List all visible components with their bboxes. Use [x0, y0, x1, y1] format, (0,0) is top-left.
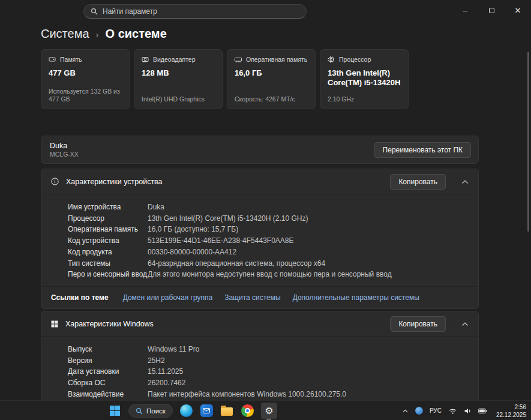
spec-label: Имя устройства: [68, 202, 148, 213]
clock-time: 2:56: [496, 403, 526, 411]
chevron-up-icon[interactable]: [461, 322, 469, 326]
ram-icon: [235, 56, 242, 63]
device-name-card: Duka MCLG-XX Переименовать этот ПК: [41, 136, 479, 164]
spec-row: Дата установки 15.11.2025: [68, 366, 469, 377]
windows-specs-title: Характеристики Windows: [65, 320, 383, 328]
copy-windows-specs-button[interactable]: Копировать: [390, 316, 446, 332]
spec-row: Процессор 13th Gen Intel(R) Core(TM) i5-…: [68, 213, 469, 224]
card-value: 477 GB: [49, 68, 122, 78]
link-domain-workgroup[interactable]: Домен или рабочая группа: [123, 293, 213, 302]
spec-label: Код продукта: [68, 247, 148, 258]
ram-card: Оперативная память 16,0 ГБ Скорость: 426…: [227, 49, 316, 109]
device-specs-title: Характеристики устройства: [66, 178, 383, 186]
edge-icon[interactable]: [179, 404, 193, 418]
rename-pc-button[interactable]: Переименовать этот ПК: [374, 142, 471, 158]
card-detail: 2.10 GHz: [328, 95, 403, 104]
titlebar: – ✕: [0, 0, 531, 22]
spec-value: Windows 11 Pro: [148, 344, 199, 355]
spec-value: Пакет интерфейса компонентов Windows 100…: [148, 389, 346, 400]
maximize-icon: [489, 8, 494, 13]
spec-row: Тип системы 64-разрядная операционная си…: [68, 258, 469, 269]
chevron-up-icon[interactable]: [461, 179, 469, 184]
system-tray: РУС 2:56 22.12.2025: [402, 401, 526, 420]
spec-row: Взаимодействие Пакет интерфейса компонен…: [68, 389, 469, 400]
spec-label: Тип системы: [68, 258, 148, 269]
storage-icon: [49, 56, 56, 63]
chrome-icon[interactable]: [241, 404, 254, 418]
gear-icon: ⚙: [265, 406, 273, 416]
windows-specs-header[interactable]: Характеристики Windows Копировать: [41, 311, 478, 337]
maximize-button[interactable]: [478, 0, 505, 20]
spec-value: 13th Gen Intel(R) Core(TM) i5-13420H (2.…: [148, 213, 308, 224]
link-system-protection[interactable]: Защита системы: [224, 293, 280, 302]
device-name: Duka: [50, 142, 79, 150]
settings-search-box[interactable]: [83, 4, 307, 19]
minimize-icon: –: [463, 6, 467, 15]
spec-label: Сборка ОС: [68, 377, 148, 389]
card-label: Видеоадаптер: [153, 56, 196, 63]
card-detail: Используется 132 GB из 477 GB: [49, 88, 124, 104]
cpu-card: Процессор 13th Gen Intel(R) Core(TM) i5-…: [320, 49, 409, 109]
spec-value: Для этого монитора недоступен ввод с пом…: [148, 269, 392, 280]
spec-label: Взаимодействие: [68, 389, 148, 400]
spec-value: 00330-80000-00000-AA412: [148, 247, 236, 258]
related-links-row: Ссылки по теме Домен или рабочая группа …: [41, 286, 478, 308]
card-detail: Скорость: 4267 МТ/с: [235, 95, 310, 104]
volume-icon[interactable]: [464, 407, 472, 415]
spec-label: Код устройства: [68, 235, 148, 247]
storage-card: Память 477 GB Используется 132 GB из 477…: [41, 49, 130, 109]
spec-label: Процессор: [68, 213, 148, 224]
page-title: О системе: [106, 27, 167, 41]
device-specs-header[interactable]: Характеристики устройства Копировать: [41, 169, 478, 194]
spec-value: 26200.7462: [148, 377, 185, 389]
spec-label: Перо и сенсорный ввод: [68, 269, 148, 280]
card-detail: Intel(R) UHD Graphics: [142, 95, 217, 104]
file-explorer-icon[interactable]: [220, 404, 234, 418]
windows-logo-icon: [51, 320, 58, 328]
card-value: 16,0 ГБ: [235, 68, 308, 78]
mail-icon[interactable]: [200, 404, 214, 418]
copy-device-specs-button[interactable]: Копировать: [390, 174, 446, 190]
battery-icon[interactable]: [478, 408, 487, 414]
spec-row: Перо и сенсорный ввод Для этого монитора…: [68, 269, 469, 280]
device-specs-rows: Имя устройства Duka Процессор 13th Gen I…: [41, 194, 478, 286]
card-label: Память: [60, 56, 82, 63]
breadcrumb-system[interactable]: Система: [41, 27, 89, 41]
close-icon: ✕: [515, 6, 521, 15]
spec-row: Версия 25H2: [68, 355, 469, 367]
card-value: 13th Gen Intel(R) Core(TM) i5-13420H: [328, 68, 401, 88]
start-button[interactable]: [108, 404, 122, 418]
breadcrumb-separator: ›: [96, 28, 99, 40]
taskbar-search[interactable]: Поиск: [128, 404, 173, 418]
card-label: Оперативная память: [246, 56, 307, 63]
minimize-button[interactable]: –: [452, 0, 478, 20]
spec-row: Код продукта 00330-80000-00000-AA412: [68, 247, 469, 258]
search-input[interactable]: [103, 7, 299, 16]
wifi-icon[interactable]: [448, 407, 457, 415]
scrollbar-thumb[interactable]: [527, 52, 529, 232]
clock-date: 22.12.2025: [496, 411, 526, 419]
windows-specs-rows: Выпуск Windows 11 Pro Версия 25H2 Дата у…: [41, 337, 478, 406]
info-icon: [51, 178, 59, 185]
spec-label: Оперативная память: [68, 224, 148, 235]
tray-app-icon[interactable]: [415, 407, 423, 415]
gpu-card: Видеоадаптер 128 MB Intel(R) UHD Graphic…: [134, 49, 223, 109]
device-model: MCLG-XX: [50, 151, 79, 158]
related-links-label: Ссылки по теме: [51, 293, 109, 302]
card-label: Процессор: [339, 56, 371, 63]
taskbar-center: Поиск ⚙: [108, 401, 277, 420]
settings-icon[interactable]: ⚙: [261, 403, 277, 419]
search-icon: [91, 8, 98, 15]
language-indicator[interactable]: РУС: [430, 407, 442, 414]
windows-start-icon: [110, 406, 120, 416]
spec-value: 64-разрядная операционная система, проце…: [148, 258, 325, 269]
hidden-icons-chevron-icon[interactable]: [402, 409, 409, 413]
close-button[interactable]: ✕: [505, 0, 531, 20]
link-advanced-system-settings[interactable]: Дополнительные параметры системы: [293, 293, 419, 302]
spec-row: Сборка ОС 26200.7462: [68, 377, 469, 389]
clock[interactable]: 2:56 22.12.2025: [496, 403, 526, 419]
spec-row: Имя устройства Duka: [68, 202, 469, 213]
taskbar-search-label: Поиск: [146, 407, 166, 415]
cpu-icon: [328, 56, 335, 63]
spec-row: Оперативная память 16,0 ГБ (доступно: 15…: [68, 224, 469, 235]
